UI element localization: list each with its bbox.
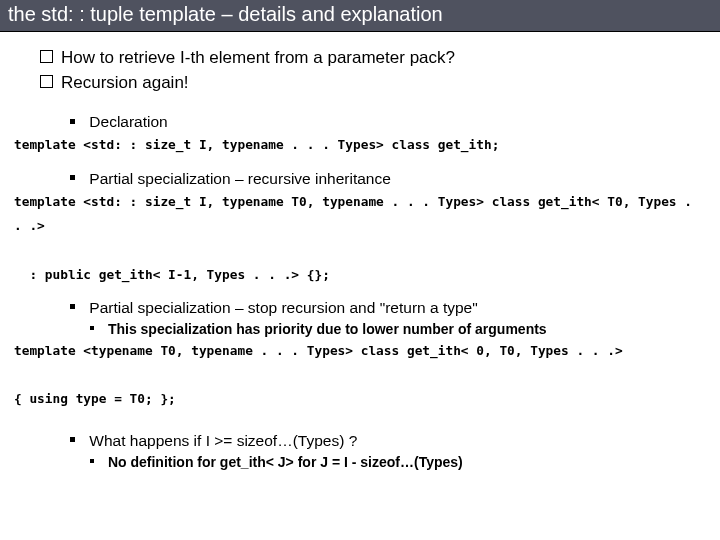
intro-text: Recursion again!	[61, 71, 189, 96]
intro-list: How to retrieve I-th element from a para…	[40, 46, 710, 95]
intro-text: How to retrieve I-th element from a para…	[61, 46, 455, 71]
slide: the std: : tuple template – details and …	[0, 0, 720, 540]
bullet-icon	[70, 437, 75, 442]
footer-answer: No definition for get_ith< J> for J = I …	[90, 454, 710, 470]
bullet-icon	[90, 459, 94, 463]
section-label-text: Partial specialization – stop recursion …	[89, 299, 477, 316]
section-label-text: Partial specialization – recursive inher…	[89, 170, 391, 187]
bullet-icon	[70, 175, 75, 180]
checkbox-icon	[40, 75, 53, 88]
code-block: template <typename T0, typename . . . Ty…	[14, 339, 706, 412]
intro-item: How to retrieve I-th element from a para…	[40, 46, 710, 71]
section-label-text: Declaration	[89, 113, 167, 130]
footer-question-text: What happens if I >= sizeof…(Types) ?	[89, 432, 357, 449]
footer-answer-text: No definition for get_ith< J> for J = I …	[108, 454, 463, 470]
slide-content: How to retrieve I-th element from a para…	[0, 32, 720, 470]
section-heading: Declaration	[70, 113, 710, 131]
section-heading: Partial specialization – recursive inher…	[70, 170, 710, 188]
section-heading: Partial specialization – stop recursion …	[70, 299, 710, 317]
section-subheading: This specialization has priority due to …	[90, 321, 710, 337]
bullet-icon	[70, 304, 75, 309]
footer-question: What happens if I >= sizeof…(Types) ?	[70, 432, 710, 450]
slide-title-bar: the std: : tuple template – details and …	[0, 0, 720, 32]
code-block: template <std: : size_t I, typename . . …	[14, 133, 706, 157]
checkbox-icon	[40, 50, 53, 63]
bullet-icon	[90, 326, 94, 330]
code-block: template <std: : size_t I, typename T0, …	[14, 190, 706, 287]
slide-title: the std: : tuple template – details and …	[8, 3, 443, 25]
intro-item: Recursion again!	[40, 71, 710, 96]
section-sub-text: This specialization has priority due to …	[108, 321, 547, 337]
bullet-icon	[70, 119, 75, 124]
